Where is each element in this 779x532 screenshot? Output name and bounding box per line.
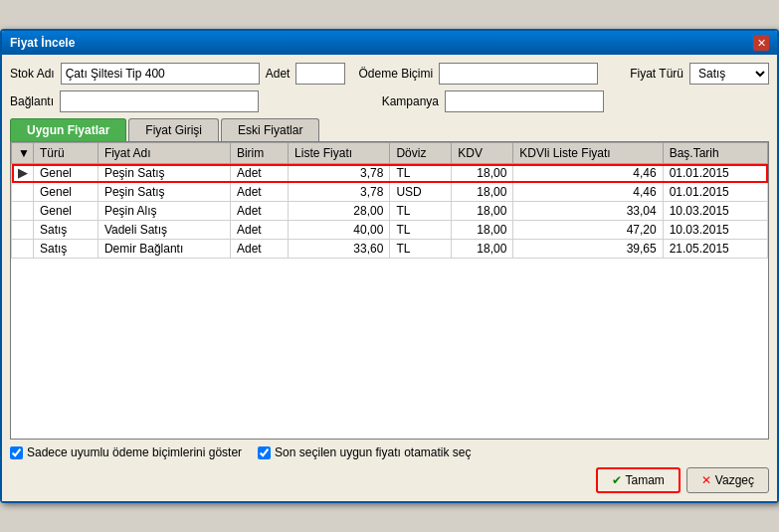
table-row[interactable]: ▶GenelPeşin SatışAdet3,78TL18,004,4601.0… [12, 164, 768, 183]
cell-liste_fiyati: 3,78 [289, 183, 390, 202]
window-body: Stok Adı Adet Ödeme Biçimi Fiyat Türü Sa… [2, 55, 777, 501]
table-row[interactable]: SatışVadeli SatışAdet40,00TL18,0047,2010… [12, 221, 768, 240]
cell-birim: Adet [230, 240, 288, 259]
cell-birim: Adet [230, 202, 288, 221]
main-window: Fiyat İncele ✕ Stok Adı Adet Ödeme Biçim… [0, 29, 779, 503]
cell-kdvli_liste_fiyati: 47,20 [513, 221, 663, 240]
cell-kdv: 18,00 [452, 183, 513, 202]
fiyat-turu-select[interactable]: Satış Alış [689, 63, 769, 85]
checkbox-row: Sadece uyumlu ödeme biçimlerini göster S… [10, 445, 769, 459]
cell-doviz: USD [390, 183, 452, 202]
baglanti-input[interactable] [60, 90, 259, 112]
col-kdvli-liste-fiyati: KDVli Liste Fiyatı [513, 143, 663, 164]
table-header-row: ▼ Türü Fiyat Adı Birim Liste Fiyatı Dövi… [12, 143, 768, 164]
cell-kdv: 18,00 [452, 221, 513, 240]
fiyat-turu-label: Fiyat Türü [630, 67, 683, 81]
tab-bar: Uygun Fiyatlar Fiyat Girişi Eski Fiyatla… [10, 118, 769, 141]
adet-input[interactable] [295, 63, 345, 85]
cell-fiyat_adi: Peşin Alış [97, 202, 230, 221]
col-turu: Türü [34, 143, 98, 164]
kampanya-input[interactable] [445, 90, 604, 112]
cell-arrow [12, 240, 34, 259]
sadece-uyumlu-label: Sadece uyumlu ödeme biçimlerini göster [27, 445, 242, 459]
vazgec-button[interactable]: ✕ Vazgeç [686, 467, 769, 493]
odeme-bicimi-input[interactable] [439, 63, 598, 85]
cell-arrow [12, 221, 34, 240]
price-table: ▼ Türü Fiyat Adı Birim Liste Fiyatı Dövi… [11, 142, 768, 259]
col-doviz: Döviz [390, 143, 452, 164]
son-secilen-checkbox[interactable] [258, 446, 271, 459]
tab-uygun-fiyatlar[interactable]: Uygun Fiyatlar [10, 118, 126, 141]
sadece-uyumlu-checkbox[interactable] [10, 446, 23, 459]
table-body: ▶GenelPeşin SatışAdet3,78TL18,004,4601.0… [12, 164, 768, 259]
cell-turu: Satış [34, 221, 98, 240]
kampanya-label: Kampanya [382, 94, 439, 108]
cell-liste_fiyati: 33,60 [289, 240, 390, 259]
cell-kdvli_liste_fiyati: 4,46 [513, 164, 663, 183]
form-row-1: Stok Adı Adet Ödeme Biçimi Fiyat Türü Sa… [10, 63, 769, 85]
cell-fiyat_adi: Peşin Satış [97, 164, 230, 183]
cell-fiyat_adi: Vadeli Satış [97, 221, 230, 240]
cell-liste_fiyati: 3,78 [289, 164, 390, 183]
cell-turu: Genel [34, 183, 98, 202]
adet-label: Adet [266, 67, 291, 81]
cell-doviz: TL [390, 240, 452, 259]
bottom-buttons: ✔ Tamam ✕ Vazgeç [10, 467, 769, 493]
cell-doviz: TL [390, 221, 452, 240]
cell-birim: Adet [230, 221, 288, 240]
x-icon: ✕ [701, 473, 711, 487]
form-row-2: Bağlantı Kampanya [10, 90, 769, 112]
cell-doviz: TL [390, 164, 452, 183]
checkbox-son-secilen: Son seçilen uygun fiyatı otamatik seç [258, 445, 471, 459]
col-fiyat-adi: Fiyat Adı [97, 143, 230, 164]
cell-bas_tarih: 10.03.2015 [663, 202, 767, 221]
odeme-bicimi-label: Ödeme Biçimi [359, 67, 434, 81]
checkbox-sadece-uyumlu: Sadece uyumlu ödeme biçimlerini göster [10, 445, 242, 459]
son-secilen-label: Son seçilen uygun fiyatı otamatik seç [275, 445, 471, 459]
col-bas-tarih: Baş.Tarih [663, 143, 767, 164]
col-birim: Birim [230, 143, 288, 164]
cell-turu: Genel [34, 164, 98, 183]
cell-arrow: ▶ [12, 164, 34, 183]
table-row[interactable]: GenelPeşin SatışAdet3,78USD18,004,4601.0… [12, 183, 768, 202]
check-icon: ✔ [612, 473, 622, 487]
cell-bas_tarih: 01.01.2015 [663, 164, 767, 183]
col-liste-fiyati: Liste Fiyatı [289, 143, 390, 164]
stok-adi-input[interactable] [61, 63, 260, 85]
cell-fiyat_adi: Peşin Satış [97, 183, 230, 202]
title-bar: Fiyat İncele ✕ [2, 31, 777, 55]
sort-arrow-icon: ▼ [18, 146, 30, 160]
cell-kdvli_liste_fiyati: 33,04 [513, 202, 663, 221]
cell-kdv: 18,00 [452, 202, 513, 221]
col-arrow: ▼ [12, 143, 34, 164]
table-row[interactable]: SatışDemir BağlantıAdet33,60TL18,0039,65… [12, 240, 768, 259]
cell-birim: Adet [230, 183, 288, 202]
cell-liste_fiyati: 28,00 [289, 202, 390, 221]
cell-arrow [12, 183, 34, 202]
cell-arrow [12, 202, 34, 221]
vazgec-label: Vazgeç [715, 473, 754, 487]
cell-doviz: TL [390, 202, 452, 221]
cell-birim: Adet [230, 164, 288, 183]
tab-eski-fiyatlar[interactable]: Eski Fiyatlar [221, 118, 319, 141]
baglanti-label: Bağlantı [10, 94, 54, 108]
cell-liste_fiyati: 40,00 [289, 221, 390, 240]
cell-fiyat_adi: Demir Bağlantı [97, 240, 230, 259]
cell-bas_tarih: 10.03.2015 [663, 221, 767, 240]
cell-bas_tarih: 21.05.2015 [663, 240, 767, 259]
tamam-button[interactable]: ✔ Tamam [596, 467, 681, 493]
cell-turu: Genel [34, 202, 98, 221]
tab-fiyat-girisi[interactable]: Fiyat Girişi [128, 118, 219, 141]
cell-kdv: 18,00 [452, 240, 513, 259]
cell-kdvli_liste_fiyati: 39,65 [513, 240, 663, 259]
cell-bas_tarih: 01.01.2015 [663, 183, 767, 202]
price-table-container: ▼ Türü Fiyat Adı Birim Liste Fiyatı Dövi… [10, 141, 769, 440]
close-button[interactable]: ✕ [753, 35, 769, 51]
stok-adi-label: Stok Adı [10, 67, 55, 81]
tamam-label: Tamam [626, 473, 665, 487]
cell-kdvli_liste_fiyati: 4,46 [513, 183, 663, 202]
table-row[interactable]: GenelPeşin AlışAdet28,00TL18,0033,0410.0… [12, 202, 768, 221]
cell-kdv: 18,00 [452, 164, 513, 183]
cell-turu: Satış [34, 240, 98, 259]
col-kdv: KDV [452, 143, 513, 164]
